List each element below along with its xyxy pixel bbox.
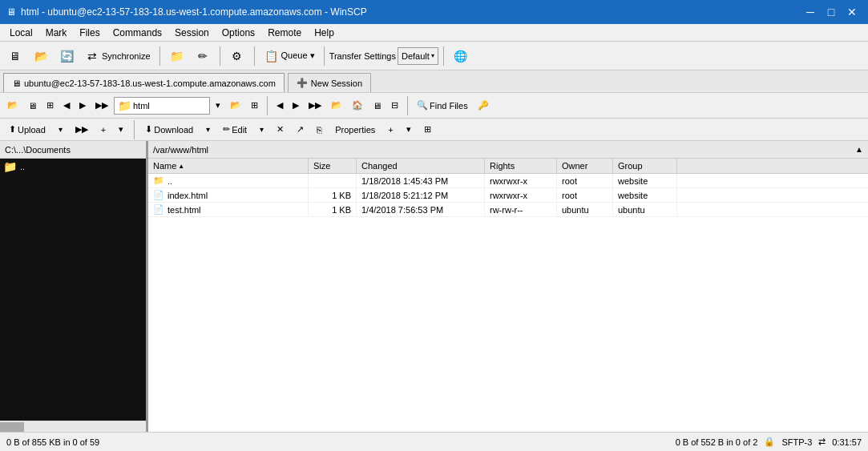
col-header-rights[interactable]: Rights xyxy=(485,159,557,173)
right-root-button[interactable]: 🖥 xyxy=(369,95,386,117)
left-forward-button[interactable]: ▶ xyxy=(75,95,90,117)
menu-commands[interactable]: Commands xyxy=(107,24,168,42)
col-header-size[interactable]: Size xyxy=(309,159,357,173)
up-dir-icon: 📂 xyxy=(7,100,18,111)
options-icon: ⚙ xyxy=(229,48,245,64)
col-header-name[interactable]: Name ▲ xyxy=(148,159,309,173)
right-more-button[interactable]: ▶▶ xyxy=(305,95,325,117)
right-home-button[interactable]: 🏠 xyxy=(348,95,367,117)
left-more-button[interactable]: ▶▶ xyxy=(91,95,112,117)
file-changed-cell: 1/18/2018 5:21:12 PM xyxy=(357,188,485,202)
session-tab-icon: 🖥 xyxy=(12,79,21,88)
open-dir-button[interactable]: 📂 xyxy=(29,45,53,67)
col-header-group[interactable]: Group xyxy=(613,159,677,173)
left-scroll-thumb[interactable] xyxy=(0,422,24,432)
file-name-cell: 📄 index.html xyxy=(148,188,309,202)
properties-button[interactable]: Properties xyxy=(329,121,381,139)
table-row[interactable]: 📁 .. 1/18/2018 1:45:43 PM rwxrwxr-x root… xyxy=(148,174,868,188)
download-more-button[interactable]: ▾ xyxy=(200,121,216,139)
menu-mark[interactable]: Mark xyxy=(39,24,74,42)
queue-button[interactable]: 📋 Queue ▾ xyxy=(260,45,319,67)
right-new-button[interactable]: + xyxy=(382,121,398,139)
copy-icon: ⎘ xyxy=(317,125,322,135)
right-new-window-button[interactable]: ⊟ xyxy=(387,95,402,117)
transfer-settings-label: Transfer Settings xyxy=(329,51,396,61)
status-bar: 0 B of 855 KB in 0 of 59 0 B of 552 B in… xyxy=(0,432,868,451)
minimize-button[interactable]: ─ xyxy=(801,2,820,22)
status-right: 0 B of 552 B in 0 of 2 🔒 SFTP-3 ⇄ 0:31:5… xyxy=(676,437,862,447)
right-forward-button[interactable]: ▶ xyxy=(289,95,303,117)
clock-time: 0:31:57 xyxy=(832,437,862,447)
transfer-icon: ⇄ xyxy=(818,437,826,447)
menu-remote[interactable]: Remote xyxy=(261,24,308,42)
left-root-button[interactable]: 🖥 xyxy=(24,95,41,117)
left-filter2-button[interactable]: ⊞ xyxy=(247,95,262,117)
left-path-combo[interactable]: 📁 html xyxy=(114,97,210,115)
new-session-icon: ➕ xyxy=(297,78,308,88)
find-files-button[interactable]: 🔍 Find Files xyxy=(413,95,472,117)
menu-session[interactable]: Session xyxy=(168,24,216,42)
col-header-changed[interactable]: Changed xyxy=(357,159,485,173)
right-up-dir-button[interactable]: 📂 xyxy=(327,95,346,117)
table-row[interactable]: 📄 index.html 1 KB 1/18/2018 5:21:12 PM r… xyxy=(148,188,868,203)
move-button[interactable]: ↗ xyxy=(291,121,309,139)
menu-files[interactable]: Files xyxy=(73,24,106,42)
new-session-label: New Session xyxy=(311,79,362,88)
close-button[interactable]: ✕ xyxy=(842,2,862,22)
tree-item-up[interactable]: 📁 .. xyxy=(0,159,146,175)
left-scroll-track[interactable] xyxy=(0,422,146,432)
menu-local[interactable]: Local xyxy=(3,24,39,42)
toolbar-separator-5 xyxy=(443,46,444,66)
left-tree[interactable]: 📁 .. xyxy=(0,159,146,421)
left-back-button[interactable]: ◀ xyxy=(59,95,74,117)
download-button[interactable]: ⬇ Download xyxy=(139,121,199,139)
synchronize-button[interactable]: ⇄ Synchronize xyxy=(80,45,155,67)
right-back-button[interactable]: ◀ xyxy=(273,95,287,117)
upload-icon: ⬆ xyxy=(9,124,16,135)
col-header-owner[interactable]: Owner xyxy=(557,159,613,173)
left-open-button[interactable]: 📂 xyxy=(226,95,245,117)
toolbar-separator-1 xyxy=(159,46,160,66)
col-group-label: Group xyxy=(618,161,643,171)
refresh-button[interactable]: 🔄 xyxy=(55,45,79,67)
left-up-dir-button[interactable]: 📂 xyxy=(3,95,22,117)
toolbar-separator-4 xyxy=(324,46,325,66)
new-folder-icon: 📁 xyxy=(169,48,185,64)
left-new-more[interactable]: ▾ xyxy=(113,121,129,139)
file-group-cell: ubuntu xyxy=(613,203,677,216)
right-extra-button[interactable]: 🔑 xyxy=(474,95,493,117)
left-horizontal-scrollbar[interactable] xyxy=(0,421,146,432)
delete-button[interactable]: ✕ xyxy=(271,121,289,139)
table-row[interactable]: 📄 test.html 1 KB 1/4/2018 7:56:53 PM rw-… xyxy=(148,203,868,217)
left-path-down-button[interactable]: ▾ xyxy=(212,95,224,117)
copy-button[interactable]: ⎘ xyxy=(311,121,328,139)
rename-button[interactable]: ✏ xyxy=(191,45,215,67)
upload-button[interactable]: ⬆ Upload xyxy=(3,121,51,139)
right-filter-button[interactable]: ⊞ xyxy=(418,121,437,139)
edit-more-button[interactable]: ▾ xyxy=(254,121,269,139)
transfer-default-dropdown[interactable]: Default ▾ xyxy=(398,47,438,65)
edit-icon: ✏ xyxy=(223,124,230,135)
left-new-button[interactable]: + xyxy=(95,121,111,139)
left-toolbar-more[interactable]: ▶▶ xyxy=(70,121,94,139)
edit-button[interactable]: ✏ Edit xyxy=(217,121,252,139)
menu-help[interactable]: Help xyxy=(308,24,341,42)
options-button[interactable]: ⚙ xyxy=(225,45,249,67)
session-tab[interactable]: 🖥 ubuntu@ec2-13-57-183-18.us-west-1.comp… xyxy=(3,73,285,92)
new-session-tab[interactable]: ➕ New Session xyxy=(288,73,371,92)
file-rows-container: 📁 .. 1/18/2018 1:45:43 PM rwxrwxr-x root… xyxy=(148,174,868,217)
right-new-more[interactable]: ▾ xyxy=(401,121,417,139)
download-label: Download xyxy=(154,125,193,135)
right-breadcrumb: /var/www/html ▲ xyxy=(148,141,868,159)
file-owner-cell: root xyxy=(557,188,613,202)
local-computer-button[interactable]: 🖥 xyxy=(3,45,27,67)
connect-button[interactable]: 🌐 xyxy=(449,45,473,67)
left-filter-button[interactable]: ⊞ xyxy=(42,95,58,117)
toolbar-2: 📂 🖥 ⊞ ◀ ▶ ▶▶ 📁 html ▾ 📂 ⊞ ◀ ▶ ▶▶ 📂 🏠 🖥 ⊟… xyxy=(0,93,868,119)
main-area: C:\...\Documents 📁 .. /var/www/html ▲ Na… xyxy=(0,141,868,432)
menu-options[interactable]: Options xyxy=(216,24,261,42)
upload-more-button[interactable]: ▾ xyxy=(53,121,68,139)
maximize-button[interactable]: □ xyxy=(822,2,841,22)
new-dir-button[interactable]: 📁 xyxy=(165,45,189,67)
file-name-cell: 📁 .. xyxy=(148,174,309,187)
